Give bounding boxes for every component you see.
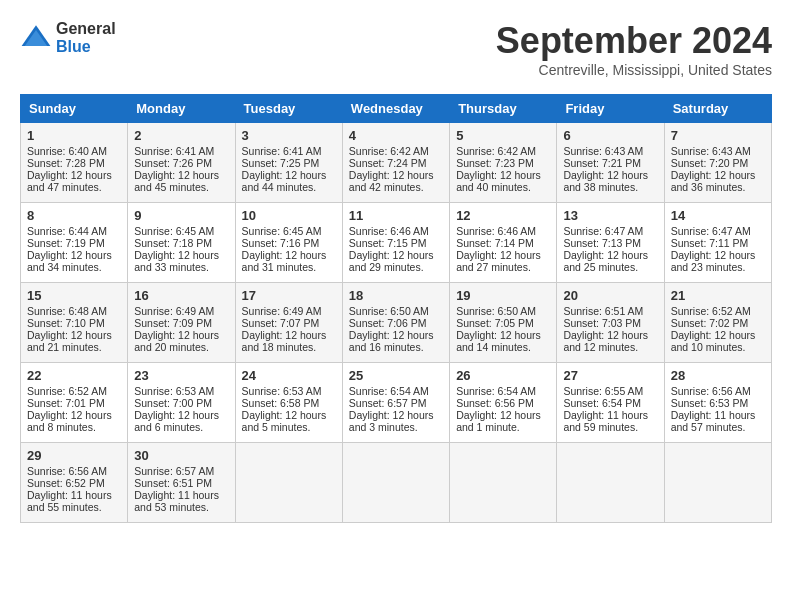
logo-blue-text: Blue [56,38,116,56]
day-info-line: and 47 minutes. [27,181,121,193]
day-info-line: and 57 minutes. [671,421,765,433]
day-number: 5 [456,128,550,143]
calendar-week-row: 22Sunrise: 6:52 AMSunset: 7:01 PMDayligh… [21,363,772,443]
calendar-day-cell: 29Sunrise: 6:56 AMSunset: 6:52 PMDayligh… [21,443,128,523]
day-of-week-header: Thursday [450,95,557,123]
calendar-day-cell: 12Sunrise: 6:46 AMSunset: 7:14 PMDayligh… [450,203,557,283]
day-info-line: Daylight: 12 hours [27,409,121,421]
day-info-line: Sunset: 7:06 PM [349,317,443,329]
day-number: 2 [134,128,228,143]
day-of-week-header: Sunday [21,95,128,123]
day-info-line: and 5 minutes. [242,421,336,433]
day-info-line: Daylight: 11 hours [27,489,121,501]
calendar-day-cell: 6Sunrise: 6:43 AMSunset: 7:21 PMDaylight… [557,123,664,203]
day-info-line: Sunset: 6:54 PM [563,397,657,409]
day-info-line: Sunset: 7:21 PM [563,157,657,169]
day-number: 30 [134,448,228,463]
day-number: 21 [671,288,765,303]
day-info-line: Sunrise: 6:55 AM [563,385,657,397]
day-number: 20 [563,288,657,303]
location-text: Centreville, Mississippi, United States [496,62,772,78]
day-info-line: and 6 minutes. [134,421,228,433]
day-info-line: and 18 minutes. [242,341,336,353]
day-info-line: Daylight: 12 hours [563,329,657,341]
day-number: 4 [349,128,443,143]
day-info-line: Daylight: 12 hours [349,329,443,341]
logo-general-text: General [56,20,116,38]
day-info-line: Sunrise: 6:41 AM [242,145,336,157]
page-header: General Blue September 2024 Centreville,… [20,20,772,78]
calendar-day-cell: 13Sunrise: 6:47 AMSunset: 7:13 PMDayligh… [557,203,664,283]
calendar-day-cell: 2Sunrise: 6:41 AMSunset: 7:26 PMDaylight… [128,123,235,203]
day-info-line: Sunset: 6:58 PM [242,397,336,409]
day-number: 14 [671,208,765,223]
day-number: 26 [456,368,550,383]
day-info-line: Daylight: 12 hours [456,409,550,421]
day-info-line: and 3 minutes. [349,421,443,433]
day-info-line: Daylight: 12 hours [563,249,657,261]
day-number: 9 [134,208,228,223]
day-number: 27 [563,368,657,383]
calendar-day-cell: 16Sunrise: 6:49 AMSunset: 7:09 PMDayligh… [128,283,235,363]
day-info-line: Sunrise: 6:49 AM [134,305,228,317]
calendar-day-cell: 14Sunrise: 6:47 AMSunset: 7:11 PMDayligh… [664,203,771,283]
calendar-day-cell: 10Sunrise: 6:45 AMSunset: 7:16 PMDayligh… [235,203,342,283]
day-of-week-header: Saturday [664,95,771,123]
day-info-line: Sunrise: 6:45 AM [134,225,228,237]
day-number: 6 [563,128,657,143]
day-info-line: Sunset: 7:15 PM [349,237,443,249]
calendar-week-row: 8Sunrise: 6:44 AMSunset: 7:19 PMDaylight… [21,203,772,283]
header-row: SundayMondayTuesdayWednesdayThursdayFrid… [21,95,772,123]
day-info-line: and 38 minutes. [563,181,657,193]
day-info-line: Sunrise: 6:42 AM [349,145,443,157]
day-info-line: Sunrise: 6:54 AM [349,385,443,397]
day-info-line: Sunrise: 6:43 AM [563,145,657,157]
day-info-line: Sunrise: 6:56 AM [671,385,765,397]
calendar-day-cell [235,443,342,523]
calendar-day-cell [342,443,449,523]
day-info-line: Daylight: 12 hours [27,169,121,181]
day-info-line: Sunrise: 6:50 AM [349,305,443,317]
day-of-week-header: Tuesday [235,95,342,123]
day-info-line: Sunrise: 6:52 AM [27,385,121,397]
day-info-line: and 42 minutes. [349,181,443,193]
calendar-day-cell: 8Sunrise: 6:44 AMSunset: 7:19 PMDaylight… [21,203,128,283]
day-info-line: Daylight: 12 hours [671,169,765,181]
day-info-line: Sunset: 7:03 PM [563,317,657,329]
day-info-line: Daylight: 11 hours [671,409,765,421]
day-info-line: Sunrise: 6:41 AM [134,145,228,157]
calendar-day-cell: 28Sunrise: 6:56 AMSunset: 6:53 PMDayligh… [664,363,771,443]
calendar-day-cell: 18Sunrise: 6:50 AMSunset: 7:06 PMDayligh… [342,283,449,363]
day-info-line: Sunset: 7:11 PM [671,237,765,249]
day-info-line: Sunset: 7:25 PM [242,157,336,169]
day-info-line: Daylight: 12 hours [349,409,443,421]
calendar-body: 1Sunrise: 6:40 AMSunset: 7:28 PMDaylight… [21,123,772,523]
day-info-line: and 53 minutes. [134,501,228,513]
day-info-line: and 10 minutes. [671,341,765,353]
day-info-line: Daylight: 12 hours [134,169,228,181]
calendar-day-cell: 21Sunrise: 6:52 AMSunset: 7:02 PMDayligh… [664,283,771,363]
day-info-line: and 44 minutes. [242,181,336,193]
day-info-line: and 34 minutes. [27,261,121,273]
day-number: 1 [27,128,121,143]
day-of-week-header: Friday [557,95,664,123]
day-info-line: Sunset: 6:51 PM [134,477,228,489]
calendar-day-cell: 7Sunrise: 6:43 AMSunset: 7:20 PMDaylight… [664,123,771,203]
day-info-line: and 21 minutes. [27,341,121,353]
day-number: 18 [349,288,443,303]
day-info-line: and 55 minutes. [27,501,121,513]
day-number: 25 [349,368,443,383]
day-info-line: and 40 minutes. [456,181,550,193]
day-info-line: Sunset: 7:26 PM [134,157,228,169]
day-info-line: Daylight: 12 hours [134,249,228,261]
day-info-line: Sunset: 7:05 PM [456,317,550,329]
day-info-line: and 29 minutes. [349,261,443,273]
day-number: 8 [27,208,121,223]
day-info-line: Daylight: 12 hours [242,249,336,261]
day-info-line: Sunset: 7:00 PM [134,397,228,409]
day-info-line: Daylight: 11 hours [134,489,228,501]
day-info-line: and 25 minutes. [563,261,657,273]
calendar-day-cell [557,443,664,523]
day-info-line: and 20 minutes. [134,341,228,353]
day-number: 16 [134,288,228,303]
